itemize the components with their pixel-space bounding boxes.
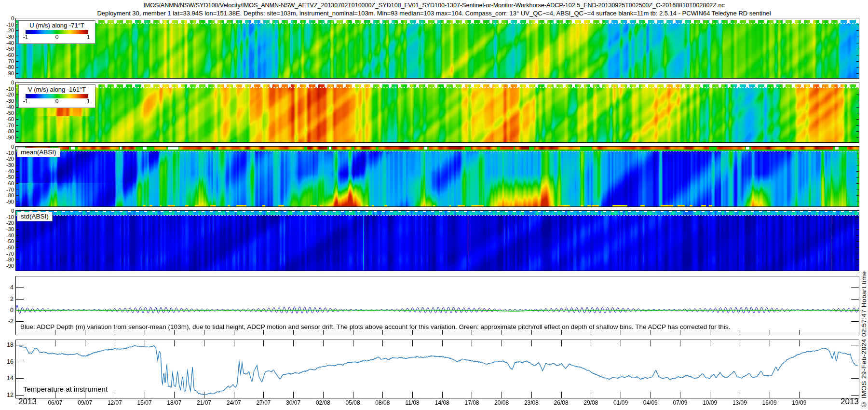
date-tick-label: 23/08 <box>524 399 539 406</box>
depth-tick-label: -60 <box>6 116 14 122</box>
depth-tick-label: -50 <box>6 110 14 116</box>
date-tick-label: 09/07 <box>78 399 92 406</box>
depth-variation-ytick-label: 2 <box>10 296 14 302</box>
date-tick-label: 01/09 <box>613 399 628 406</box>
depth-tick-label: -60 <box>6 52 14 58</box>
date-tick-label: 20/08 <box>494 399 509 406</box>
depth-tick-label: -80 <box>6 192 14 198</box>
temperature-ytick-label: 14 <box>7 375 14 382</box>
depth-tick-label: -10 <box>6 22 14 27</box>
v-colorbar-legend: V (m/s) along -161°T -101 <box>18 84 95 108</box>
imos-copyright-watermark: © IMOS 29-Feb-2024 02:57:47 Hobart time <box>860 271 868 408</box>
depth-tick-label: -50 <box>6 174 14 180</box>
depth-tick-label: -70 <box>6 187 14 192</box>
colorbar-tick-label: 0 <box>55 98 59 105</box>
depth-tick-label: -70 <box>6 58 14 64</box>
depth-variation-ytick-label: 0 <box>10 307 14 314</box>
date-tick-label: 12/07 <box>108 399 122 406</box>
depth-tick-label: -30 <box>6 162 14 168</box>
depth-variation-annotation: Blue: ADCP Depth (m) variation from sens… <box>20 323 730 330</box>
depth-tick-label: -20 <box>6 92 14 97</box>
date-tick-label: 15/07 <box>137 399 152 406</box>
depth-tick-label: -60 <box>6 245 14 250</box>
colorbar-tick-label: -1 <box>23 98 28 105</box>
year-label-right: 2013 <box>841 397 859 407</box>
depth-tick-label: -20 <box>6 27 14 33</box>
depth-tick-label: -20 <box>6 220 14 226</box>
temperature-canvas <box>16 340 859 398</box>
depth-tick-label: -60 <box>6 180 14 186</box>
temperature-label: Temperature at instrument <box>23 385 108 393</box>
date-tick-label: 05/08 <box>346 399 360 406</box>
date-tick-label: 21/07 <box>197 399 211 406</box>
date-tick-label: 18/07 <box>167 399 181 406</box>
date-tick-label: 13/09 <box>732 399 747 406</box>
depth-tick-label: -40 <box>6 104 14 110</box>
depth-tick-label: -40 <box>6 168 14 174</box>
date-tick-label: 14/08 <box>435 399 449 406</box>
temperature-ytick-label: 18 <box>7 342 14 348</box>
std-absi-label: std(ABSI) <box>17 212 53 221</box>
date-tick-label: 16/09 <box>762 399 777 406</box>
colorbar-tick-label: 0 <box>55 34 59 41</box>
date-tick-label: 26/08 <box>554 399 569 406</box>
u-colorbar-legend: U (m/s) along -71°T -101 <box>18 20 95 44</box>
depth-tick-label: -30 <box>6 226 14 232</box>
depth-tick-label: 0 <box>11 80 14 85</box>
figure-subtitle: Deployment 30, member 1 lat=33.94S lon=1… <box>0 10 868 17</box>
date-tick-label: 27/07 <box>256 399 271 406</box>
date-tick-label: 30/07 <box>286 399 300 406</box>
depth-tick-label: -20 <box>6 156 14 162</box>
u-colorbar-ticks: -101 <box>19 34 95 41</box>
date-tick-label: 06/07 <box>48 399 62 406</box>
v-colorbar-ticks: -101 <box>19 98 95 105</box>
depth-tick-label: -10 <box>6 86 14 92</box>
colorbar-tick-label: -1 <box>23 34 28 41</box>
v-velocity-heatmap-canvas <box>16 82 859 142</box>
date-tick-label: 10/09 <box>703 399 717 406</box>
depth-tick-label: -90 <box>6 263 14 269</box>
date-tick-label: 11/08 <box>405 399 419 406</box>
temperature-ytick-label: 12 <box>7 392 14 398</box>
depth-tick-label: -90 <box>6 135 14 140</box>
panel-v-velocity-heatmap <box>15 82 859 143</box>
colorbar-tick-label: 1 <box>87 34 90 41</box>
mean-absi-label: mean(ABSI) <box>17 148 60 157</box>
panel-temperature <box>15 340 859 398</box>
depth-variation-ytick-label: 4 <box>10 284 14 291</box>
depth-tick-label: -30 <box>6 98 14 104</box>
panel-u-velocity-heatmap <box>15 18 859 79</box>
date-tick-label: 24/07 <box>227 399 241 406</box>
depth-tick-label: -10 <box>6 150 14 156</box>
temperature-ytick-label: 16 <box>7 358 14 365</box>
date-tick-label: 04/09 <box>643 399 658 406</box>
depth-tick-label: -50 <box>6 238 14 244</box>
depth-tick-label: 0 <box>11 15 14 21</box>
depth-tick-label: -80 <box>6 257 14 262</box>
u-velocity-heatmap-canvas <box>16 18 859 78</box>
date-tick-label: 17/08 <box>464 399 479 406</box>
colorbar-tick-label: 1 <box>87 98 90 105</box>
figure-root: IMOS/ANMN/NSW/SYD100/Velocity/IMOS_ANMN-… <box>0 0 868 410</box>
depth-tick-label: 0 <box>11 208 14 214</box>
depth-tick-label: -80 <box>6 128 14 134</box>
depth-tick-label: -90 <box>6 199 14 205</box>
depth-tick-label: -80 <box>6 64 14 70</box>
date-tick-label: 08/08 <box>375 399 390 406</box>
figure-title: IMOS/ANMN/NSW/SYD100/Velocity/IMOS_ANMN-… <box>0 2 868 9</box>
depth-tick-label: -30 <box>6 34 14 40</box>
panel-std-absi-heatmap <box>15 210 859 271</box>
date-tick-label: 02/08 <box>316 399 330 406</box>
depth-tick-label: -40 <box>6 40 14 46</box>
date-tick-label: 19/09 <box>792 399 806 406</box>
depth-variation-ytick-label: -2 <box>8 318 14 325</box>
std-absi-heatmap-canvas <box>16 211 859 271</box>
depth-tick-label: -70 <box>6 123 14 128</box>
year-label-left: 2013 <box>18 397 37 407</box>
panel-mean-absi-heatmap <box>15 146 859 207</box>
depth-tick-label: -40 <box>6 232 14 238</box>
u-legend-title: U (m/s) along -71°T <box>19 22 95 29</box>
depth-tick-label: 0 <box>11 144 14 150</box>
v-legend-title: V (m/s) along -161°T <box>19 86 95 93</box>
depth-tick-label: -10 <box>6 214 14 220</box>
